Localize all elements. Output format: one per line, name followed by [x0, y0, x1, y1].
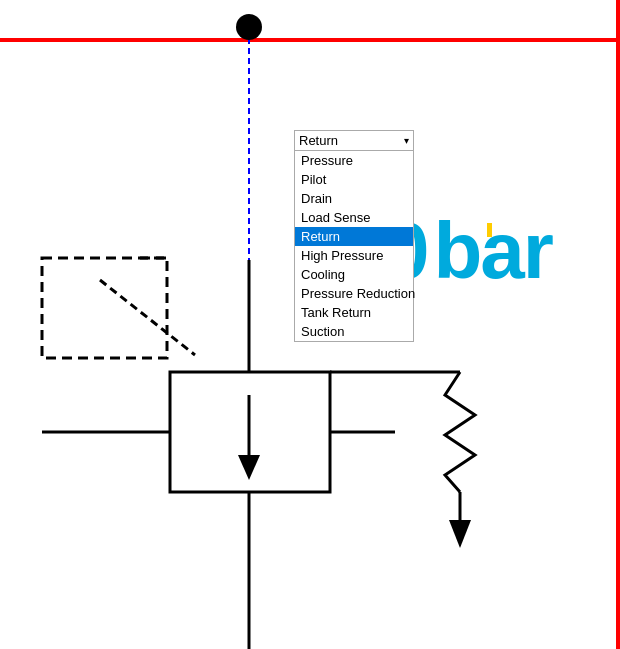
svg-point-1 — [236, 14, 262, 40]
pressure-unit: bar — [434, 206, 553, 295]
dropdown-option-suction[interactable]: Suction — [295, 322, 413, 341]
red-horizontal-line — [0, 38, 620, 42]
dropdown-option-cooling[interactable]: Cooling — [295, 265, 413, 284]
dropdown-option-tank-return[interactable]: Tank Return — [295, 303, 413, 322]
dropdown-option-drain[interactable]: Drain — [295, 189, 413, 208]
dropdown-option-pressure[interactable]: Pressure — [295, 151, 413, 170]
dropdown-list: Pressure Pilot Drain Load Sense Return H… — [294, 151, 414, 342]
red-vertical-line — [616, 0, 620, 649]
dropdown-option-high-pressure[interactable]: High Pressure — [295, 246, 413, 265]
svg-rect-2 — [42, 258, 167, 358]
dropdown-header[interactable]: Return ▾ — [294, 130, 414, 151]
line-type-dropdown-container[interactable]: Return ▾ Pressure Pilot Drain Load Sense… — [294, 130, 414, 342]
dropdown-option-pilot[interactable]: Pilot — [295, 170, 413, 189]
svg-rect-6 — [170, 372, 330, 492]
svg-marker-8 — [238, 455, 260, 480]
svg-line-4 — [100, 280, 195, 355]
dropdown-option-pressure-reduction[interactable]: Pressure Reduction — [295, 284, 413, 303]
dropdown-selected-label: Return — [299, 133, 338, 148]
dropdown-option-return[interactable]: Return — [295, 227, 413, 246]
svg-marker-13 — [449, 520, 471, 548]
dropdown-option-load-sense[interactable]: Load Sense — [295, 208, 413, 227]
chevron-down-icon: ▾ — [404, 135, 409, 146]
